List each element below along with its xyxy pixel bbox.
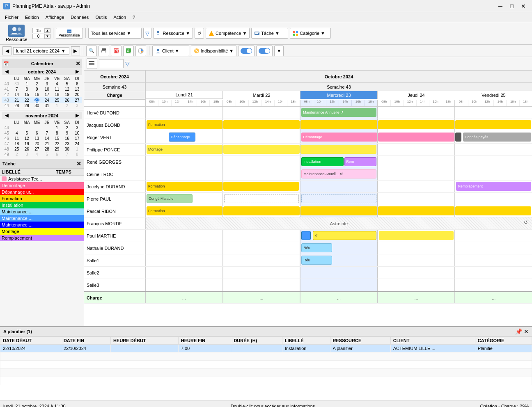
event-formation-jacques[interactable]: Formation — [147, 120, 222, 129]
col-heure-debut[interactable]: HEURE DÉBUT — [111, 337, 179, 345]
task-row-1[interactable]: Démontage — [0, 182, 84, 189]
menu-edition[interactable]: Edition — [22, 14, 42, 21]
col-date-fin[interactable]: DATE FIN — [61, 337, 110, 345]
sched-search-input[interactable] — [99, 59, 124, 68]
event-conge-pierre[interactable]: Congé Maladie — [147, 194, 193, 203]
col-categorie[interactable]: CATÉGORIE — [475, 337, 532, 345]
pierre-grid: Congé Maladie — [146, 193, 532, 205]
calendar-close[interactable]: ✕ — [76, 60, 80, 67]
menu-fichier[interactable]: Fichier — [2, 14, 22, 21]
bottom-close[interactable]: ✕ — [524, 328, 529, 335]
event-rem-rene[interactable]: Rem — [344, 157, 376, 166]
event-formation-jacques4[interactable] — [378, 120, 455, 129]
event-small-roger[interactable] — [455, 133, 461, 142]
menu-outils[interactable]: Outils — [92, 14, 110, 21]
task-row-4[interactable]: Installation — [0, 202, 84, 208]
event-montage-philippe3[interactable] — [300, 145, 376, 154]
event-formation-pascal5[interactable] — [455, 206, 531, 215]
indisponibilite-dropdown[interactable]: Indisponibilité ▼ — [191, 46, 237, 56]
task-row-6[interactable]: Maintenance ... — [0, 215, 84, 222]
chart-btn[interactable] — [135, 46, 146, 56]
col-duree[interactable]: DURÉE (H) — [231, 337, 282, 345]
resource-dropdown[interactable]: Ressource ▼ — [153, 28, 193, 39]
task-row-3[interactable]: Formation — [0, 195, 84, 202]
event-formation-jacques3[interactable] — [300, 120, 377, 129]
event-install-rene[interactable]: Installation — [301, 157, 344, 166]
more-dropdown[interactable]: ▼ — [274, 46, 284, 56]
next-btn[interactable]: ▶ — [71, 46, 80, 55]
task-row-2[interactable]: Dépannage ur... — [0, 189, 84, 195]
planifier-row-1[interactable]: 22/10/2024 22/10/2024 7:00 Installation … — [0, 345, 532, 352]
client-dropdown[interactable]: Client ▼ — [152, 46, 189, 56]
export-excel-btn[interactable]: XLS — [123, 46, 134, 56]
task-row-0[interactable]: Assistance Tec... — [0, 176, 84, 182]
schedule-grid-container[interactable]: Octobre 2024 Semaine 43 Charge — [84, 71, 532, 326]
event-reun-nathalie[interactable]: Réu — [301, 243, 332, 252]
event-formation-pascal1[interactable]: Formation — [147, 206, 222, 215]
oct-next[interactable]: ▶ — [74, 69, 80, 74]
nov-prev[interactable]: ◀ — [3, 113, 10, 118]
toggle-btn1[interactable] — [238, 46, 255, 56]
sched-list-btn[interactable] — [87, 58, 97, 69]
event-montage-philippe2[interactable] — [223, 145, 300, 154]
tache-dropdown[interactable]: Tâche ▼ — [251, 28, 288, 39]
prev-btn[interactable]: ◀ — [2, 46, 11, 55]
num-up-1[interactable]: ▲ — [45, 28, 50, 33]
task-row-5[interactable]: Maintenance ... — [0, 208, 84, 215]
menu-affichage[interactable]: Affichage — [42, 14, 68, 21]
event-demontage-roger2[interactable] — [378, 133, 455, 142]
event-montage-philippe1[interactable]: Montage — [147, 145, 222, 154]
print-btn[interactable] — [99, 46, 109, 56]
refresh-btn[interactable]: ↺ — [195, 28, 204, 39]
col-heure-fin[interactable]: HEURE FIN — [178, 337, 231, 345]
event-paul2[interactable]: ↺ — [313, 231, 376, 240]
col-client[interactable]: CLIENT — [390, 337, 475, 345]
menu-help[interactable]: ? — [129, 14, 138, 21]
categorie-dropdown[interactable]: Catégorie ▼ — [290, 28, 331, 39]
task-row-8[interactable]: Montage — [0, 228, 84, 235]
calendar-view-btn[interactable]: Personnalisé — [56, 28, 83, 39]
search-btn[interactable]: 🔍 — [86, 46, 97, 56]
nov-next[interactable]: ▶ — [74, 113, 80, 118]
minimize-button[interactable]: ─ — [495, 1, 506, 11]
toggle-btn2[interactable] — [256, 46, 273, 56]
event-paul3[interactable] — [379, 231, 454, 240]
event-maintenance-herve[interactable]: Maintenance Annuelle ↺ — [301, 108, 376, 117]
event-reun-salle1[interactable]: Réu — [301, 256, 332, 265]
task-row-7[interactable]: Maintenance ... — [0, 222, 84, 228]
services-dropdown[interactable]: Tous les services ▼ — [88, 28, 142, 39]
event-formation-pascal3[interactable] — [300, 206, 377, 215]
num-down-2[interactable]: ▼ — [45, 34, 50, 39]
task-close[interactable]: ✕ — [76, 160, 81, 167]
event-paul1[interactable] — [301, 231, 310, 240]
col-date-debut[interactable]: DATE DÉBUT — [0, 337, 61, 345]
event-formation-jocelyne2[interactable] — [223, 182, 299, 191]
num-input-2[interactable] — [32, 34, 45, 39]
task-row-9[interactable]: Remplacement — [0, 235, 84, 241]
event-formation-pascal4[interactable] — [378, 206, 455, 215]
col-ressource[interactable]: RESSOURCE — [330, 337, 390, 345]
event-conges-roger[interactable]: Congés payés — [463, 133, 531, 142]
export-pdf-btn[interactable]: PDF — [111, 46, 122, 56]
menu-action[interactable]: Action — [110, 14, 130, 21]
event-formation-jocelyne1[interactable]: Formation — [147, 182, 222, 191]
event-dashed-pierre2[interactable] — [301, 194, 376, 203]
bottom-pin[interactable]: 📌 — [515, 328, 522, 335]
col-libelle[interactable]: LIBELLÉ — [282, 337, 330, 345]
event-formation-jacques2[interactable] — [223, 120, 300, 129]
num-input-1[interactable] — [32, 28, 45, 33]
event-remplacement-jocelyne[interactable]: Remplacement — [456, 182, 531, 191]
close-button[interactable]: ✕ — [518, 1, 529, 11]
event-formation-jacques5[interactable] — [455, 120, 531, 129]
oct-prev[interactable]: ◀ — [3, 69, 10, 74]
event-maint-celine[interactable]: Maintenance Anuell... ↺ — [301, 169, 376, 178]
event-demontage-roger1[interactable]: Démontage — [301, 133, 377, 142]
filter-btn[interactable]: ▽ — [143, 28, 151, 39]
menu-donnees[interactable]: Données — [67, 14, 92, 21]
event-dashed-pierre[interactable] — [224, 194, 299, 203]
competence-dropdown[interactable]: Compétence ▼ — [206, 28, 250, 39]
event-depannage-roger[interactable]: Dépannage — [169, 133, 195, 142]
date-dropdown-btn[interactable]: ▼ — [60, 48, 66, 53]
maximize-button[interactable]: □ — [507, 1, 517, 11]
event-formation-pascal2[interactable] — [223, 206, 300, 215]
